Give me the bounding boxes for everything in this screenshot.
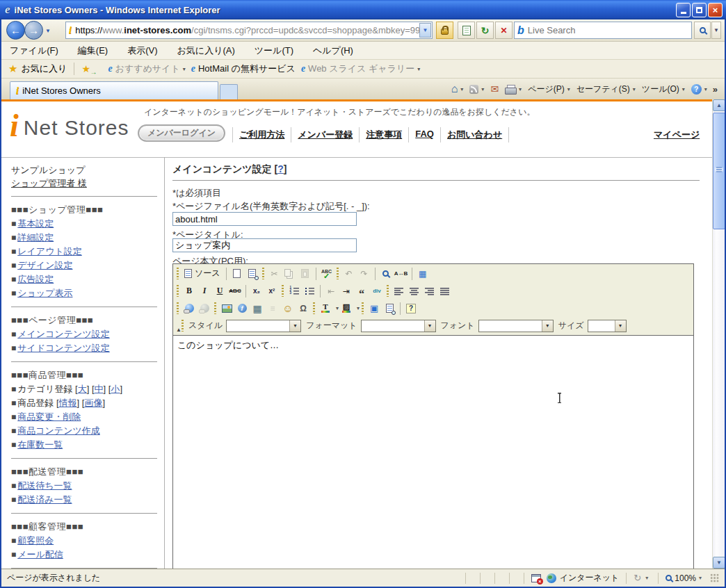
- toolbar-handle[interactable]: [182, 320, 184, 332]
- sidebar-item-customer-lookup[interactable]: ■顧客照会: [11, 534, 157, 548]
- page-title-input[interactable]: [172, 238, 357, 252]
- sidebar-link[interactable]: 顧客照会: [17, 535, 54, 546]
- minimize-button[interactable]: [676, 3, 691, 17]
- sidebar-link[interactable]: デザイン設定: [17, 260, 72, 270]
- unordered-list-button[interactable]: [302, 284, 317, 298]
- ordered-list-button[interactable]: [287, 284, 302, 298]
- stop-button[interactable]: ✕: [495, 22, 513, 39]
- style-select[interactable]: ▾: [226, 320, 301, 332]
- insert-image-button[interactable]: [219, 301, 234, 316]
- zoom-level[interactable]: 100%: [675, 573, 696, 583]
- sidebar-item-shop-view[interactable]: ■ショップ表示: [11, 286, 157, 300]
- sidebar-item-mail-delivery[interactable]: ■メール配信: [11, 548, 157, 562]
- hotmail-link[interactable]: HotMail の無料サービス: [198, 63, 296, 75]
- scroll-down-button[interactable]: ▼: [713, 557, 725, 569]
- close-button[interactable]: ×: [708, 3, 723, 17]
- sidebar-item-product-edit-delete[interactable]: ■商品変更・削除: [11, 410, 157, 424]
- sidebar-link[interactable]: 詳細設定: [17, 232, 54, 243]
- indent-button[interactable]: ⇥: [339, 284, 354, 298]
- rss-button[interactable]: ▾: [469, 85, 484, 94]
- sidebar-link[interactable]: メール配信: [17, 549, 63, 560]
- menu-file[interactable]: ファイル(F): [10, 44, 58, 57]
- security-lock-button[interactable]: [436, 22, 453, 39]
- search-button[interactable]: [694, 22, 711, 39]
- chevron-down-icon[interactable]: ▾: [645, 575, 648, 581]
- menu-favorites[interactable]: お気に入り(A): [177, 44, 235, 57]
- sidebar-link[interactable]: 配送済み一覧: [17, 494, 72, 505]
- find-button[interactable]: [378, 266, 394, 281]
- insert-link-button[interactable]: [182, 301, 197, 316]
- nav-link-usage[interactable]: ご利用方法: [232, 127, 291, 142]
- favorites-button[interactable]: お気に入り: [21, 63, 67, 75]
- sidebar-item-layout-settings[interactable]: ■レイアウト設定: [11, 245, 157, 259]
- sidebar-item-side-content-settings[interactable]: ■サイドコンテンツ設定: [11, 341, 157, 355]
- url-text[interactable]: https://www.inet-stores.com/cgi/tnsms.cg…: [75, 25, 419, 35]
- superscript-button[interactable]: x²: [264, 284, 280, 298]
- sidebar-link[interactable]: メインコンテンツ設定: [17, 329, 109, 339]
- italic-button[interactable]: I: [197, 284, 212, 298]
- recent-pages-dropdown[interactable]: ▼: [45, 28, 51, 34]
- page-menu-button[interactable]: ページ(P)▾: [528, 83, 570, 95]
- menu-tools[interactable]: ツール(T): [255, 44, 293, 57]
- font-select[interactable]: ▾: [478, 320, 554, 332]
- chevron-down-icon[interactable]: ▾: [289, 320, 300, 332]
- address-bar[interactable]: i https://www.inet-stores.com/cgi/tnsms.…: [65, 22, 433, 39]
- sidebar-link[interactable]: 配送待ち一覧: [17, 480, 72, 491]
- cut-button[interactable]: ✂: [267, 266, 282, 281]
- bold-button[interactable]: B: [182, 284, 197, 298]
- forward-button[interactable]: →: [24, 21, 43, 40]
- sidebar-link[interactable]: 商品コンテンツ作成: [17, 425, 100, 436]
- product-info-link[interactable]: 情報: [59, 398, 77, 408]
- chevron-down-icon[interactable]: ▾: [699, 575, 702, 581]
- product-image-link[interactable]: 画像: [84, 398, 102, 408]
- align-right-button[interactable]: [422, 284, 437, 298]
- format-select[interactable]: ▾: [361, 320, 436, 332]
- toolbar-handle[interactable]: [214, 302, 216, 314]
- home-button[interactable]: ⌂▾: [451, 83, 464, 95]
- sidebar-link[interactable]: 在庫数一覧: [17, 439, 63, 450]
- sidebar-link[interactable]: 広告設定: [17, 274, 54, 284]
- menu-view[interactable]: 表示(V): [127, 44, 157, 57]
- scroll-up-button[interactable]: ▲: [713, 99, 725, 111]
- div-container-button[interactable]: div: [369, 284, 385, 298]
- insert-table-button[interactable]: ▦: [250, 301, 265, 316]
- sidebar-item-delivery-pending[interactable]: ■配送待ち一覧: [11, 479, 157, 493]
- nav-link-register[interactable]: メンバー登録: [291, 127, 359, 142]
- toolbar-handle[interactable]: [362, 302, 364, 314]
- sidebar-item-detail-settings[interactable]: ■詳細設定: [11, 231, 157, 245]
- remove-link-button[interactable]: [197, 301, 212, 316]
- nav-link-notes[interactable]: 注意事項: [359, 127, 408, 142]
- print-button[interactable]: ▾: [505, 85, 522, 94]
- text-color-button[interactable]: T: [318, 301, 333, 316]
- editor-content-area[interactable]: このショップについて…: [173, 335, 693, 569]
- live-search-box[interactable]: b: [514, 22, 692, 39]
- add-favorite-button[interactable]: ★→: [81, 63, 95, 74]
- tab-inet-stores-owners[interactable]: i iNet Stores Owners: [10, 81, 218, 99]
- chevron-down-icon[interactable]: ▾: [615, 320, 626, 332]
- select-all-button[interactable]: ▦: [415, 266, 430, 281]
- sidebar-link[interactable]: 基本設定: [17, 218, 54, 229]
- preview-button[interactable]: [245, 266, 260, 281]
- search-input[interactable]: [528, 25, 688, 35]
- subscript-button[interactable]: x₂: [249, 284, 264, 298]
- insert-smiley-button[interactable]: ☺: [280, 301, 296, 316]
- underline-button[interactable]: U: [212, 284, 227, 298]
- sidebar-link[interactable]: 商品変更・削除: [17, 411, 81, 422]
- nav-link-faq[interactable]: FAQ: [408, 127, 440, 142]
- menu-help[interactable]: ヘルプ(H): [313, 44, 353, 57]
- chevron-down-icon[interactable]: ▾: [424, 320, 435, 332]
- source-button[interactable]: ソース: [182, 266, 223, 281]
- maximize-editor-button[interactable]: ▣: [366, 301, 382, 316]
- justify-button[interactable]: [437, 284, 453, 298]
- maximize-button[interactable]: [692, 3, 707, 17]
- help-button[interactable]: ?▾: [691, 84, 707, 95]
- mypage-link[interactable]: マイページ: [654, 129, 700, 141]
- sidebar-item-stock-list[interactable]: ■在庫数一覧: [11, 438, 157, 452]
- toolbar-collapse-button[interactable]: ▲: [176, 327, 182, 333]
- manager-link[interactable]: ショップ管理者 様: [11, 178, 87, 188]
- file-name-input[interactable]: [172, 212, 357, 226]
- spell-check-button[interactable]: ABC✓: [319, 266, 334, 281]
- search-options-dropdown[interactable]: ▼: [711, 22, 721, 39]
- sidebar-item-ad-settings[interactable]: ■広告設定: [11, 272, 157, 286]
- sidebar-item-delivery-done[interactable]: ■配送済み一覧: [11, 493, 157, 507]
